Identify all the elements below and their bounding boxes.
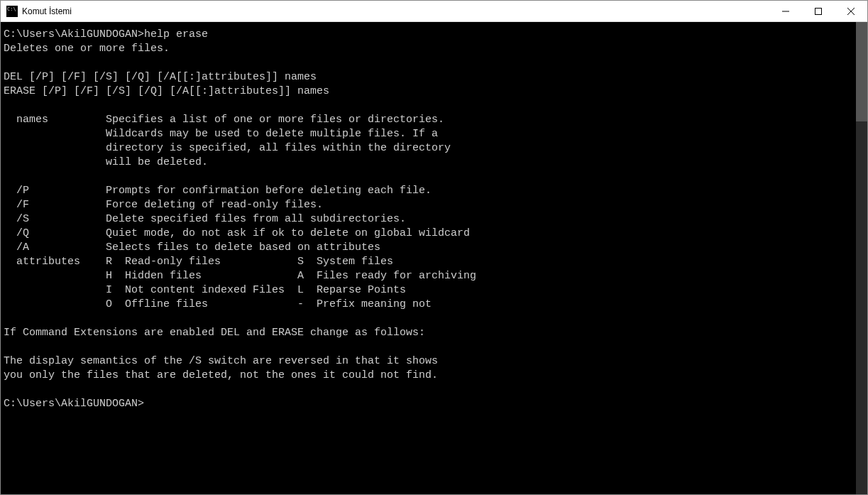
scrollbar-thumb[interactable]: [856, 22, 867, 121]
terminal-output: Deletes one or more files. DEL [/P] [/F]…: [4, 43, 476, 381]
terminal[interactable]: C:\Users\AkilGUNDOGAN>help erase Deletes…: [1, 22, 856, 494]
maximize-button[interactable]: [802, 1, 835, 21]
window-titlebar[interactable]: Komut İstemi: [1, 1, 867, 22]
cmd-icon: [6, 6, 18, 17]
prompt: C:\Users\AkilGUNDOGAN>: [4, 28, 144, 40]
close-button[interactable]: [835, 1, 867, 21]
window-title: Komut İstemi: [22, 6, 72, 16]
window-controls: [769, 1, 867, 21]
scrollbar[interactable]: [856, 22, 867, 494]
prompt: C:\Users\AkilGUNDOGAN>: [4, 398, 144, 410]
command-text: help erase: [144, 28, 208, 40]
minimize-button[interactable]: [769, 1, 802, 21]
titlebar-left: Komut İstemi: [1, 6, 72, 17]
svg-rect-1: [815, 8, 822, 14]
terminal-container: C:\Users\AkilGUNDOGAN>help erase Deletes…: [1, 22, 867, 494]
